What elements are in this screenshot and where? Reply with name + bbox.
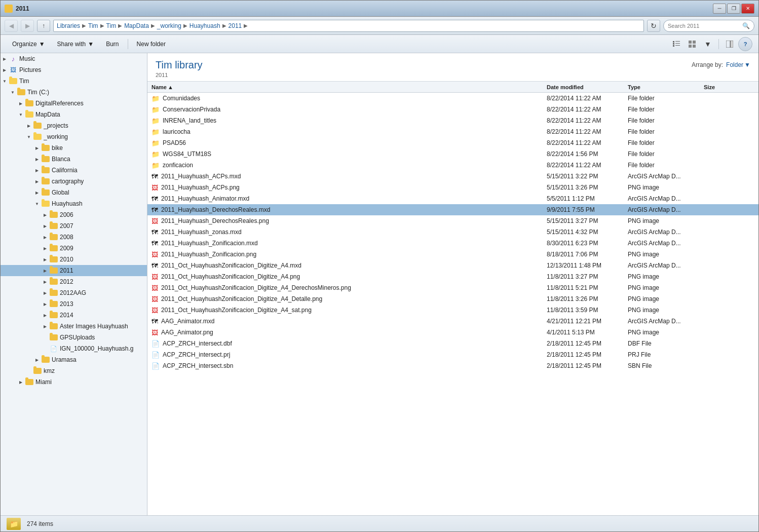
share-button[interactable]: Share with ▼ <box>52 37 100 51</box>
tree-toggle-y2013[interactable]: ▶ <box>41 300 49 308</box>
file-row[interactable]: 📁WGS84_UTM18S8/22/2014 1:56 PMFile folde… <box>147 148 758 160</box>
search-input[interactable] <box>668 23 740 29</box>
sidebar-item-digital-refs[interactable]: ▶DigitalReferences <box>1 98 147 109</box>
tree-toggle-music[interactable]: ▶ <box>1 55 9 63</box>
refresh-button[interactable]: ↻ <box>647 20 660 32</box>
burn-button[interactable]: Burn <box>100 37 124 51</box>
sidebar-item-aster[interactable]: ▶Aster Images Huayhuash <box>1 321 147 332</box>
sidebar-item-y2012aag[interactable]: ▶2012AAG <box>1 287 147 298</box>
sidebar-item-y2013[interactable]: ▶2013 <box>1 298 147 310</box>
file-row[interactable]: 📁Comunidades8/22/2014 11:22 AMFile folde… <box>147 93 758 104</box>
tree-toggle-blanca[interactable]: ▶ <box>33 155 41 163</box>
sidebar-item-music[interactable]: ▶♪Music <box>1 53 147 64</box>
sidebar-item-y2007[interactable]: ▶2007 <box>1 220 147 232</box>
view-details-button[interactable] <box>669 37 684 51</box>
file-row[interactable]: 🖼2011_Huayhuash_DerechosReales.png5/15/2… <box>147 215 758 226</box>
file-row[interactable]: 🖼2011_Huayhuash_ACPs.png5/15/2011 3:26 P… <box>147 182 758 193</box>
file-row[interactable]: 🖼2011_Oct_HuayhuashZonificacion_Digitize… <box>147 271 758 282</box>
tree-toggle-tim[interactable]: ▼ <box>1 77 9 85</box>
tree-toggle-huayhuash[interactable]: ▼ <box>33 200 41 208</box>
file-row[interactable]: 🗺2011_Huayhuash_Animator.mxd5/5/2011 1:1… <box>147 193 758 204</box>
file-row[interactable]: 📄ACP_ZRCH_intersect.prj2/18/2011 12:45 P… <box>147 349 758 360</box>
sidebar-item-miami[interactable]: ▶Miami <box>1 376 147 388</box>
tree-toggle-y2012[interactable]: ▶ <box>41 278 49 286</box>
bc-tim2[interactable]: Tim <box>106 22 117 29</box>
restore-button[interactable]: ❐ <box>727 4 740 14</box>
file-row[interactable]: 📁ConservacionPrivada8/22/2014 11:22 AMFi… <box>147 104 758 115</box>
sidebar-item-california[interactable]: ▶California <box>1 165 147 176</box>
col-header-type[interactable]: Type <box>628 84 704 90</box>
tree-toggle-miami[interactable]: ▶ <box>17 378 25 386</box>
sidebar-item-uramasa[interactable]: ▶Uramasa <box>1 354 147 365</box>
file-row[interactable]: 📁lauricocha8/22/2014 11:22 AMFile folder <box>147 126 758 137</box>
sidebar-item-global[interactable]: ▶Global <box>1 187 147 198</box>
tree-toggle-digital-refs[interactable]: ▶ <box>17 99 25 107</box>
file-row[interactable]: 🖼2011_Oct_HuayhuashZonificacion_Digitize… <box>147 305 758 316</box>
sidebar-item-y2012[interactable]: ▶2012 <box>1 276 147 287</box>
tree-toggle-bike[interactable]: ▶ <box>33 144 41 152</box>
tree-toggle-y2008[interactable]: ▶ <box>41 233 49 241</box>
sidebar-item-blanca[interactable]: ▶Blanca <box>1 154 147 165</box>
file-row[interactable]: 🖼2011_Oct_HuayhuashZonificacion_Digitize… <box>147 282 758 293</box>
sidebar-item-y2009[interactable]: ▶2009 <box>1 243 147 254</box>
forward-button[interactable]: ▶ <box>21 20 34 32</box>
minimize-button[interactable]: ─ <box>713 4 726 14</box>
back-button[interactable]: ◀ <box>5 20 18 32</box>
bc-tim1[interactable]: Tim <box>88 22 98 29</box>
sidebar-item-projects[interactable]: ▶_projects <box>1 120 147 131</box>
file-row[interactable]: 🗺2011_Huayhuash_Zonificacion.mxd8/30/201… <box>147 238 758 249</box>
sidebar-item-pictures[interactable]: ▶🖼Pictures <box>1 64 147 75</box>
file-row[interactable]: 🖼AAG_Animator.png4/1/2011 5:13 PMPNG ima… <box>147 327 758 338</box>
file-row[interactable]: 🖼2011_Huayhuash_Zonificacion.png8/18/201… <box>147 249 758 260</box>
sidebar-item-y2014[interactable]: ▶2014 <box>1 310 147 321</box>
tree-toggle-mapdata[interactable]: ▼ <box>17 110 25 119</box>
sidebar-item-y2006[interactable]: ▶2006 <box>1 209 147 220</box>
view-toggle-button[interactable] <box>685 37 699 51</box>
close-button[interactable]: ✕ <box>741 4 754 14</box>
tree-toggle-aster[interactable]: ▶ <box>41 322 49 330</box>
sidebar-item-kmz[interactable]: kmz <box>1 365 147 376</box>
tree-toggle-y2010[interactable]: ▶ <box>41 255 49 263</box>
sidebar-item-cartography[interactable]: ▶cartography <box>1 176 147 187</box>
new-folder-button[interactable]: New folder <box>131 37 171 51</box>
sidebar-item-tim[interactable]: ▼Tim <box>1 75 147 87</box>
tree-toggle-projects[interactable]: ▶ <box>25 122 33 130</box>
file-row[interactable]: 🖼2011_Oct_HuayhuashZonificacion_Digitize… <box>147 293 758 305</box>
tree-toggle-y2012aag[interactable]: ▶ <box>41 289 49 297</box>
sidebar-item-gpsuploads[interactable]: GPSUploads <box>1 332 147 343</box>
tree-toggle-california[interactable]: ▶ <box>33 166 41 174</box>
file-row[interactable]: 🗺2011_Huayhuash_zonas.mxd5/15/2011 4:32 … <box>147 226 758 238</box>
bc-huayhuash[interactable]: Huayhuash <box>189 22 220 29</box>
file-row[interactable]: 📁PSAD568/22/2014 11:22 AMFile folder <box>147 137 758 148</box>
address-path[interactable]: Libraries ▶ Tim ▶ Tim ▶ MapData ▶ _worki… <box>53 20 644 32</box>
file-row[interactable]: 📁zonficacion8/22/2014 11:22 AMFile folde… <box>147 160 758 171</box>
sidebar-item-huayhuash[interactable]: ▼Huayhuash <box>1 198 147 209</box>
preview-pane-button[interactable] <box>723 37 737 51</box>
file-row[interactable]: 🗺2011_Oct_HuayhuashZonificacion_Digitize… <box>147 260 758 271</box>
file-row[interactable]: 📄ACP_ZRCH_intersect.sbn2/18/2011 12:45 P… <box>147 360 758 371</box>
help-button[interactable]: ? <box>738 37 752 51</box>
up-button[interactable]: ↑ <box>37 20 50 32</box>
bc-2011[interactable]: 2011 <box>229 22 242 29</box>
sidebar-item-bike[interactable]: ▶bike <box>1 142 147 154</box>
tree-toggle-working[interactable]: ▼ <box>25 133 33 141</box>
organize-button[interactable]: Organize ▼ <box>7 37 51 51</box>
col-header-date[interactable]: Date modified <box>547 84 628 90</box>
tree-toggle-pictures[interactable]: ▶ <box>1 66 9 74</box>
tree-toggle-y2006[interactable]: ▶ <box>41 211 49 219</box>
arrange-button[interactable]: Folder ▼ <box>726 61 750 68</box>
bc-libraries[interactable]: Libraries <box>57 22 80 29</box>
file-row[interactable]: 📁INRENA_land_titles8/22/2014 11:22 AMFil… <box>147 115 758 126</box>
sidebar-item-mapdata[interactable]: ▼MapData <box>1 109 147 120</box>
file-row[interactable]: 🗺AAG_Animator.mxd4/21/2011 12:21 PMArcGI… <box>147 316 758 327</box>
tree-toggle-y2007[interactable]: ▶ <box>41 222 49 230</box>
tree-toggle-cartography[interactable]: ▶ <box>33 177 41 185</box>
tree-toggle-y2011[interactable]: ▶ <box>41 267 49 275</box>
sidebar-item-working[interactable]: ▼_working <box>1 131 147 142</box>
sidebar-item-ign[interactable]: 📄IGN_100000_Huayhuash.g <box>1 343 147 354</box>
tree-toggle-y2014[interactable]: ▶ <box>41 311 49 319</box>
file-row[interactable]: 🗺2011_Huayhuash_DerechosReales.mxd9/9/20… <box>147 204 758 215</box>
sidebar-item-tim-c[interactable]: ▼Tim (C:) <box>1 87 147 98</box>
view-dropdown-button[interactable]: ▼ <box>701 37 715 51</box>
col-header-name[interactable]: Name ▲ <box>151 84 547 90</box>
